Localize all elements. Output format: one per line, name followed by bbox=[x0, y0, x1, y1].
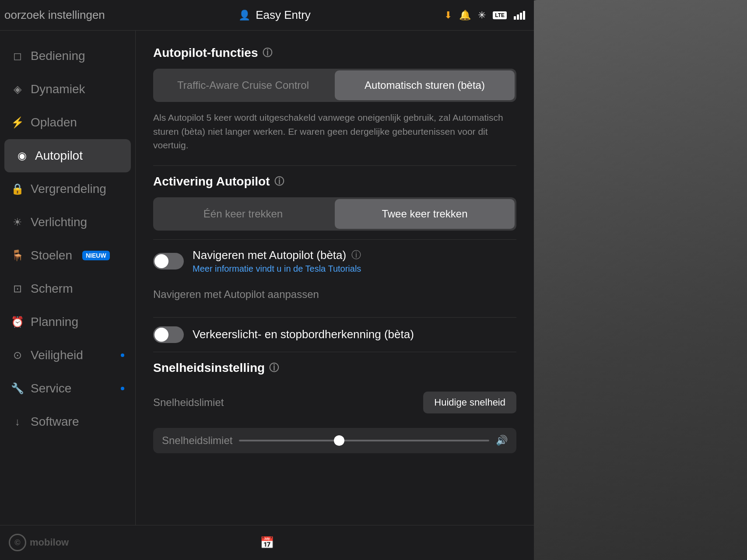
sidebar-item-bediening[interactable]: ◻ Bediening bbox=[0, 39, 135, 73]
sidebar-label-verlichting: Verlichting bbox=[31, 215, 87, 229]
sidebar-item-verlichting[interactable]: ☀ Verlichting bbox=[0, 206, 135, 239]
snelheid-info-icon[interactable]: ⓘ bbox=[269, 361, 279, 374]
huidige-snelheid-btn[interactable]: Huidige snelheid bbox=[423, 392, 516, 413]
opladen-icon: ⚡ bbox=[11, 116, 24, 129]
sidebar-item-scherm[interactable]: ⊡ Scherm bbox=[0, 272, 135, 305]
divider-4 bbox=[153, 352, 516, 352]
signal-bar-4 bbox=[523, 11, 525, 20]
verlichting-icon: ☀ bbox=[11, 216, 24, 228]
activering-mode-group: Één keer trekken Twee keer trekken bbox=[153, 197, 516, 231]
snelheidslimiet-label: Snelheidslimiet bbox=[153, 396, 224, 409]
veiligheid-icon: ⊙ bbox=[11, 349, 24, 361]
speed-slider-row: Snelheidslimiet 🔊 bbox=[153, 428, 516, 453]
planning-icon: ⏰ bbox=[11, 316, 24, 328]
divider-1 bbox=[153, 165, 516, 166]
taskbar-calendar-icon[interactable]: 📅 bbox=[260, 536, 274, 550]
sidebar: ◻ Bediening ◈ Dynamiek ⚡ Opladen ◉ Autop… bbox=[0, 31, 136, 525]
bell-icon[interactable]: 🔔 bbox=[459, 10, 471, 21]
een-keer-btn[interactable]: Één keer trekken bbox=[153, 197, 333, 231]
easy-entry-label: Easy Entry bbox=[256, 8, 311, 22]
sidebar-item-veiligheid[interactable]: ⊙ Veiligheid bbox=[0, 339, 135, 372]
service-icon: 🔧 bbox=[11, 382, 24, 395]
navigeren-sub-label[interactable]: Meer informatie vindt u in de Tesla Tuto… bbox=[193, 264, 361, 274]
sidebar-item-planning[interactable]: ⏰ Planning bbox=[0, 305, 135, 339]
watermark: © mobilow bbox=[9, 534, 69, 551]
snelheid-section: Snelheidsinstelling ⓘ bbox=[153, 361, 516, 375]
status-bar: oorzoek instellingen 👤 Easy Entry ⬇ 🔔 ✳ … bbox=[0, 0, 534, 31]
taskbar: 📅 bbox=[0, 525, 534, 560]
settings-panel: Autopilot-functies ⓘ Traffic-Aware Cruis… bbox=[136, 31, 534, 525]
sidebar-label-dynamiek: Dynamiek bbox=[31, 82, 85, 96]
activering-section: Activering Autopilot ⓘ bbox=[153, 175, 516, 189]
navigeren-toggle[interactable] bbox=[153, 253, 184, 270]
sidebar-label-software: Software bbox=[31, 415, 79, 429]
sidebar-item-vergrendeling[interactable]: 🔒 Vergrendeling bbox=[0, 172, 135, 206]
vergrendeling-icon: 🔒 bbox=[11, 183, 24, 195]
signal-bar-2 bbox=[517, 14, 519, 20]
status-icons: ⬇ 🔔 ✳ LTE bbox=[444, 10, 525, 21]
sidebar-item-software[interactable]: ↓ Software bbox=[0, 405, 135, 438]
sidebar-label-service: Service bbox=[31, 382, 71, 396]
sidebar-label-bediening: Bediening bbox=[31, 49, 85, 63]
stoelen-icon: 🪑 bbox=[11, 249, 24, 262]
sidebar-label-vergrendeling: Vergrendeling bbox=[31, 182, 106, 196]
veiligheid-dot bbox=[121, 354, 124, 357]
sidebar-item-opladen[interactable]: ⚡ Opladen bbox=[0, 106, 135, 139]
speed-slider-thumb[interactable] bbox=[334, 435, 344, 446]
bediening-icon: ◻ bbox=[11, 50, 24, 62]
navigeren-aanpassen-row: Navigeren met Autopilot aanpassen bbox=[153, 280, 516, 308]
scherm-icon: ⊡ bbox=[11, 283, 24, 295]
sidebar-label-autopilot: Autopilot bbox=[35, 149, 83, 163]
watermark-circle: © bbox=[9, 534, 26, 551]
signal-bar-1 bbox=[514, 16, 516, 20]
signal-bar-3 bbox=[520, 13, 522, 20]
snelheidslimiet-slider-label: Snelheidslimiet bbox=[162, 434, 232, 447]
status-left: oorzoek instellingen bbox=[4, 8, 105, 22]
sidebar-item-autopilot[interactable]: ◉ Autopilot bbox=[4, 139, 131, 172]
divider-2 bbox=[153, 239, 516, 240]
verkeerslicht-toggle[interactable] bbox=[153, 326, 184, 343]
nieuw-badge: NIEUW bbox=[82, 251, 110, 260]
autopilot-mode-group: Traffic-Aware Cruise Control Automatisch… bbox=[153, 69, 516, 102]
activering-label: Activering Autopilot bbox=[153, 175, 270, 189]
sidebar-label-planning: Planning bbox=[31, 315, 78, 329]
watermark-suffix: w bbox=[61, 537, 69, 548]
sidebar-label-opladen: Opladen bbox=[31, 116, 77, 130]
sidebar-item-service[interactable]: 🔧 Service bbox=[0, 372, 135, 405]
snelheidslimiet-row: Snelheidslimiet Huidige snelheid bbox=[153, 384, 516, 421]
autopilot-functies-label: Autopilot-functies bbox=[153, 46, 258, 60]
sidebar-item-dynamiek[interactable]: ◈ Dynamiek bbox=[0, 73, 135, 106]
volume-icon: 🔊 bbox=[496, 435, 508, 446]
user-icon: 👤 bbox=[238, 10, 250, 21]
lte-badge: LTE bbox=[493, 11, 507, 19]
dynamiek-icon: ◈ bbox=[11, 83, 24, 95]
sidebar-label-stoelen: Stoelen bbox=[31, 248, 72, 262]
service-dot bbox=[121, 387, 124, 390]
autopilot-description: Als Autopilot 5 keer wordt uitgeschakeld… bbox=[153, 111, 516, 152]
navigeren-row: Navigeren met Autopilot (bèta) ⓘ Meer in… bbox=[153, 248, 516, 274]
page-title: oorzoek instellingen bbox=[4, 8, 105, 22]
verkeerslicht-row: Verkeerslicht- en stopbordherkenning (bè… bbox=[153, 326, 516, 343]
car-interior-bg bbox=[528, 0, 747, 560]
signal-bars bbox=[514, 11, 525, 20]
twee-keer-btn[interactable]: Twee keer trekken bbox=[335, 199, 515, 229]
status-center: 👤 Easy Entry bbox=[238, 8, 311, 22]
traffic-aware-btn[interactable]: Traffic-Aware Cruise Control bbox=[153, 69, 333, 102]
main-content: ◻ Bediening ◈ Dynamiek ⚡ Opladen ◉ Autop… bbox=[0, 31, 534, 525]
speed-slider-track[interactable] bbox=[239, 440, 489, 441]
activering-info-icon[interactable]: ⓘ bbox=[274, 175, 284, 188]
software-icon: ↓ bbox=[11, 416, 24, 428]
tesla-screen: oorzoek instellingen 👤 Easy Entry ⬇ 🔔 ✳ … bbox=[0, 0, 534, 560]
autopilot-info-icon[interactable]: ⓘ bbox=[263, 46, 272, 60]
bluetooth-icon[interactable]: ✳ bbox=[478, 10, 486, 21]
automatisch-sturen-btn[interactable]: Automatisch sturen (bèta) bbox=[335, 70, 515, 100]
navigeren-label-group: Navigeren met Autopilot (bèta) ⓘ Meer in… bbox=[193, 248, 361, 274]
verkeerslicht-label: Verkeerslicht- en stopbordherkenning (bè… bbox=[193, 328, 516, 341]
sidebar-item-stoelen[interactable]: 🪑 Stoelen NIEUW bbox=[0, 239, 135, 272]
sidebar-label-veiligheid: Veiligheid bbox=[31, 348, 83, 362]
download-icon[interactable]: ⬇ bbox=[444, 10, 452, 21]
navigeren-label: Navigeren met Autopilot (bèta) bbox=[193, 248, 347, 262]
autopilot-icon: ◉ bbox=[15, 150, 28, 162]
navigeren-info-icon[interactable]: ⓘ bbox=[351, 248, 361, 262]
divider-3 bbox=[153, 317, 516, 318]
